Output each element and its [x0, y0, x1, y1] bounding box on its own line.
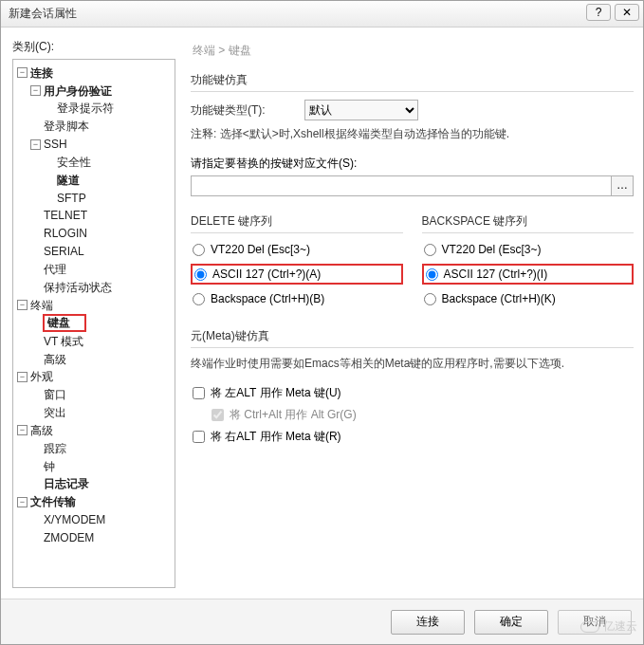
tree-script[interactable]: 登录脚本	[43, 120, 90, 133]
tree-appearance[interactable]: 外观	[29, 370, 54, 383]
tree-prompt[interactable]: 登录提示符	[56, 101, 115, 115]
radio-bs-backspace[interactable]: Backspace (Ctrl+H)(K)	[422, 290, 635, 307]
tree-serial[interactable]: SERIAL	[43, 245, 85, 258]
tree-proxy[interactable]: 代理	[43, 263, 67, 276]
tree-rlogin[interactable]: RLOGIN	[43, 227, 88, 240]
tree-adv1[interactable]: 高级	[43, 353, 67, 366]
tree-keepalive[interactable]: 保持活动状态	[43, 281, 113, 294]
tree-ssh[interactable]: SSH	[43, 138, 68, 151]
radio-del-vt220[interactable]: VT220 Del (Esc[3~)	[191, 241, 403, 258]
window-title: 新建会话属性	[9, 6, 77, 22]
cancel-button[interactable]: 取消	[558, 610, 632, 635]
group-function-keys: 功能键仿真 功能键类型(T): 默认 注释: 选择<默认>时,Xshell根据终…	[191, 72, 634, 196]
expand-icon[interactable]: −	[17, 300, 28, 310]
group-meta-keys: 元(Meta)键仿真 终端作业时使用需要如Emacs等相关的Meta键的应用程序…	[191, 328, 634, 445]
expand-icon[interactable]: −	[17, 425, 28, 435]
tree-sftp[interactable]: SFTP	[56, 192, 87, 205]
group-delete-seq: DELETE 键序列 VT220 Del (Esc[3~) ASCII 127 …	[191, 213, 403, 313]
category-tree[interactable]: −连接 −用户身份验证 登录提示符 登录脚本 −SSH 安全性 隧道 SFTP	[12, 59, 175, 588]
browse-button[interactable]: …	[611, 175, 634, 196]
connect-button[interactable]: 连接	[391, 610, 465, 635]
tree-xymodem[interactable]: X/YMODEM	[43, 513, 106, 526]
help-button[interactable]: ?	[586, 4, 611, 21]
expand-icon[interactable]: −	[30, 85, 41, 96]
group-title: DELETE 键序列	[191, 213, 403, 233]
fnkey-type-select[interactable]: 默认	[304, 100, 418, 120]
tree-keyboard[interactable]: 键盘	[46, 316, 71, 329]
tree-highlight[interactable]: 突出	[43, 406, 67, 419]
group-title: 元(Meta)键仿真	[191, 328, 634, 348]
tree-security[interactable]: 安全性	[56, 156, 92, 169]
category-label: 类别(C):	[12, 39, 175, 55]
dialog-window: 新建会话属性 ? ✕ 类别(C): −连接 −用户身份验证 登录提示符 登录脚本…	[0, 0, 644, 645]
tree-tunnel[interactable]: 隧道	[56, 174, 81, 187]
tree-window[interactable]: 窗口	[43, 388, 67, 401]
chk-ctrl-alt-altgr: 将 Ctrl+Alt 用作 Alt Gr(G)	[212, 407, 634, 423]
settings-panel: 终端 > 键盘 功能键仿真 功能键类型(T): 默认 注释: 选择<默认>时,X…	[175, 39, 634, 593]
expand-icon[interactable]: −	[30, 139, 41, 150]
title-bar: 新建会话属性 ? ✕	[1, 1, 643, 28]
tree-telnet[interactable]: TELNET	[43, 209, 88, 222]
tree-connect[interactable]: 连接	[29, 66, 54, 80]
tree-terminal[interactable]: 终端	[29, 299, 54, 312]
tree-logging[interactable]: 日志记录	[43, 477, 90, 490]
expand-icon[interactable]: −	[17, 497, 28, 507]
expand-icon[interactable]: −	[17, 67, 28, 78]
keymap-file-input[interactable]	[191, 175, 612, 196]
fnkey-type-label: 功能键类型(T):	[191, 102, 304, 119]
tree-auth[interactable]: 用户身份验证	[43, 84, 113, 98]
close-button[interactable]: ✕	[615, 4, 639, 21]
dialog-footer: 连接 确定 取消 亿速云	[1, 599, 643, 644]
tree-zmodem[interactable]: ZMODEM	[43, 531, 95, 544]
tree-trace[interactable]: 跟踪	[43, 442, 67, 455]
meta-hint: 终端作业时使用需要如Emacs等相关的Meta键的应用程序时,需要以下选项.	[191, 356, 634, 372]
tree-vtmode[interactable]: VT 模式	[43, 335, 84, 348]
fnkey-hint: 注释: 选择<默认>时,Xshell根据终端类型自动选择恰当的功能键.	[191, 126, 634, 142]
group-title: 功能键仿真	[191, 72, 634, 92]
group-backspace-seq: BACKSPACE 键序列 VT220 Del (Esc[3~) ASCII 1…	[422, 213, 635, 313]
ok-button[interactable]: 确定	[474, 610, 548, 635]
radio-bs-vt220[interactable]: VT220 Del (Esc[3~)	[422, 241, 635, 258]
tree-filetransfer[interactable]: 文件传输	[29, 495, 77, 508]
tree-advanced[interactable]: 高级	[29, 424, 54, 437]
chk-right-alt-meta[interactable]: 将 右ALT 用作 Meta 键(R)	[193, 429, 634, 445]
expand-icon[interactable]: −	[17, 372, 28, 382]
breadcrumb: 终端 > 键盘	[193, 43, 634, 59]
chk-left-alt-meta[interactable]: 将 左ALT 用作 Meta 键(U)	[193, 385, 634, 401]
tree-bell[interactable]: 钟	[43, 460, 56, 473]
tree-selected: 键盘	[43, 314, 86, 332]
keymap-file-label: 请指定要替换的按键对应文件(S):	[191, 156, 634, 172]
radio-bs-ascii127[interactable]: ASCII 127 (Ctrl+?)(I)	[422, 264, 635, 285]
group-title: BACKSPACE 键序列	[422, 213, 635, 233]
radio-del-ascii127[interactable]: ASCII 127 (Ctrl+?)(A)	[191, 264, 403, 285]
radio-del-backspace[interactable]: Backspace (Ctrl+H)(B)	[191, 290, 403, 307]
